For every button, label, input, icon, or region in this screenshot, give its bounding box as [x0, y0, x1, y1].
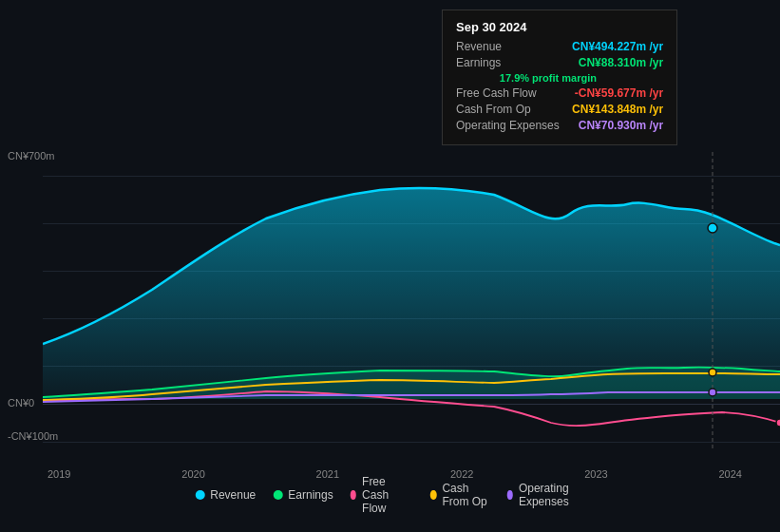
tooltip-fcf-row: Free Cash Flow -CN¥59.677m /yr	[456, 86, 663, 100]
svg-point-4	[709, 389, 716, 396]
tooltip-cashop-row: Cash From Op CN¥143.848m /yr	[456, 103, 663, 116]
legend-opex[interactable]: Operating Expenses	[507, 482, 585, 508]
legend-fcf[interactable]: Free Cash Flow	[351, 475, 413, 515]
legend-fcf-label: Free Cash Flow	[362, 475, 413, 515]
tooltip-cashop-value: CN¥143.848m /yr	[572, 103, 663, 116]
svg-point-2	[708, 223, 717, 233]
x-label-2023: 2023	[584, 468, 607, 480]
legend-revenue[interactable]: Revenue	[195, 488, 256, 502]
legend-revenue-label: Revenue	[210, 488, 256, 502]
tooltip-earnings-row: Earnings CN¥88.310m /yr	[456, 56, 663, 69]
legend-revenue-dot	[195, 490, 204, 500]
svg-point-5	[776, 419, 780, 427]
tooltip: Sep 30 2024 Revenue CN¥494.227m /yr Earn…	[442, 10, 677, 145]
tooltip-earnings-value: CN¥88.310m /yr	[579, 56, 663, 69]
legend-cashop-dot	[430, 490, 436, 500]
tooltip-revenue-value: CN¥494.227m /yr	[572, 40, 663, 53]
svg-point-3	[709, 369, 716, 376]
legend-cashop[interactable]: Cash From Op	[430, 482, 489, 508]
tooltip-fcf-label: Free Cash Flow	[456, 86, 537, 100]
tooltip-revenue-row: Revenue CN¥494.227m /yr	[456, 40, 663, 53]
tooltip-earnings-label: Earnings	[456, 56, 501, 69]
legend-earnings-dot	[273, 490, 282, 500]
legend-cashop-label: Cash From Op	[442, 482, 489, 508]
tooltip-opex-label: Operating Expenses	[456, 119, 560, 132]
tooltip-fcf-value: -CN¥59.677m /yr	[575, 86, 663, 100]
legend-earnings[interactable]: Earnings	[273, 488, 333, 502]
tooltip-cashop-label: Cash From Op	[456, 103, 531, 116]
legend-earnings-label: Earnings	[288, 488, 333, 502]
tooltip-date: Sep 30 2024	[456, 20, 663, 34]
legend-opex-label: Operating Expenses	[519, 482, 585, 508]
tooltip-opex-value: CN¥70.930m /yr	[579, 119, 663, 132]
x-label-2019: 2019	[48, 468, 70, 480]
tooltip-opex-row: Operating Expenses CN¥70.930m /yr	[456, 119, 663, 132]
chart-container: CN¥700m CN¥0 -CN¥100m	[0, 0, 780, 532]
legend-fcf-dot	[351, 490, 356, 500]
chart-legend: Revenue Earnings Free Cash Flow Cash Fro…	[195, 475, 585, 515]
x-label-2024: 2024	[718, 468, 741, 480]
tooltip-revenue-label: Revenue	[456, 40, 502, 53]
tooltip-profit-margin: 17.9% profit margin	[456, 72, 663, 84]
legend-opex-dot	[507, 490, 513, 500]
